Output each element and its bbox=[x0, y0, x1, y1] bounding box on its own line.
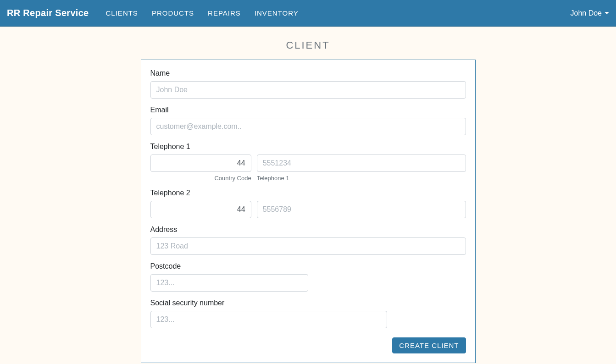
create-client-button[interactable]: Create Client bbox=[392, 337, 466, 353]
nav-repairs[interactable]: Repairs bbox=[201, 0, 248, 27]
page-title: Client bbox=[0, 39, 616, 51]
email-input[interactable] bbox=[150, 118, 466, 135]
caret-down-icon bbox=[605, 12, 609, 14]
tel1-cc-sublabel: Country Code bbox=[150, 175, 251, 182]
name-label: Name bbox=[150, 69, 466, 77]
user-menu[interactable]: John Doe bbox=[571, 9, 610, 17]
tel2-cc-input[interactable] bbox=[150, 201, 251, 218]
name-input[interactable] bbox=[150, 81, 466, 99]
client-form-card: Name Email Telephone 1 Country Code Tele… bbox=[141, 60, 476, 363]
tel1-cc-input[interactable] bbox=[150, 154, 251, 172]
address-label: Address bbox=[150, 226, 466, 234]
brand[interactable]: RR Repair Service bbox=[7, 8, 89, 18]
nav: Clients Products Repairs Inventory bbox=[99, 0, 571, 27]
nav-inventory[interactable]: Inventory bbox=[248, 0, 305, 27]
tel2-num-input[interactable] bbox=[257, 201, 466, 218]
address-input[interactable] bbox=[150, 237, 466, 255]
nav-clients[interactable]: Clients bbox=[99, 0, 145, 27]
nav-products[interactable]: Products bbox=[145, 0, 201, 27]
postcode-label: Postcode bbox=[150, 262, 466, 270]
ssn-label: Social security number bbox=[150, 299, 466, 307]
tel1-num-sublabel: Telephone 1 bbox=[257, 175, 466, 182]
tel2-label: Telephone 2 bbox=[150, 189, 466, 197]
postcode-input[interactable] bbox=[150, 274, 308, 292]
ssn-input[interactable] bbox=[150, 311, 387, 328]
user-name: John Doe bbox=[571, 9, 602, 17]
tel1-num-input[interactable] bbox=[257, 154, 466, 172]
navbar: RR Repair Service Clients Products Repai… bbox=[0, 0, 616, 27]
email-label: Email bbox=[150, 106, 466, 114]
tel1-label: Telephone 1 bbox=[150, 143, 466, 151]
